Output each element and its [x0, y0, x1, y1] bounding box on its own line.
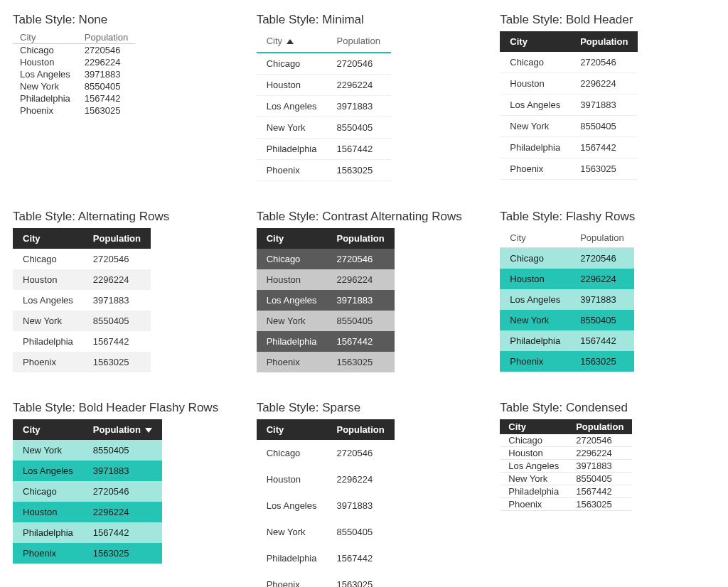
column-header-population[interactable]: Population	[83, 419, 162, 440]
cell-population: 8550405	[83, 311, 151, 331]
table-row[interactable]: Phoenix1563025	[13, 352, 151, 372]
table-title: Table Style: Flashy Rows	[500, 210, 715, 224]
column-header-label: City	[23, 233, 41, 244]
table-row[interactable]: Philadelphia1567442	[13, 92, 135, 104]
column-header-population[interactable]: Population	[327, 419, 395, 440]
column-header-city[interactable]: City	[13, 419, 83, 440]
cell-city: Chicago	[13, 44, 77, 57]
table-row[interactable]: Los Angeles3971883	[13, 461, 162, 481]
table-row[interactable]: Chicago2720546	[257, 53, 391, 75]
table-row[interactable]: Phoenix1563025	[13, 543, 162, 564]
table-row[interactable]: Los Angeles3971883	[257, 492, 395, 519]
cell-city: Philadelphia	[13, 331, 83, 352]
table-row[interactable]: Houston2296224	[13, 56, 135, 68]
table-row[interactable]: Phoenix1563025	[13, 104, 135, 117]
table-row[interactable]: New York8550405	[13, 440, 162, 461]
column-header-city[interactable]: City	[257, 31, 327, 53]
table-row[interactable]: Chicago2720546	[13, 249, 151, 269]
table-row[interactable]: Chicago2720546	[500, 52, 638, 73]
cell-city: Phoenix	[257, 571, 327, 587]
table-row[interactable]: Phoenix1563025	[500, 351, 634, 372]
cell-city: Los Angeles	[500, 460, 567, 473]
table-row[interactable]: Chicago2720546	[500, 248, 634, 269]
cell-city: Chicago	[257, 440, 327, 466]
column-header-city[interactable]: City	[257, 419, 327, 440]
table-title: Table Style: Sparse	[257, 401, 472, 415]
table-row[interactable]: Los Angeles3971883	[500, 460, 632, 473]
table-row[interactable]: New York8550405	[257, 117, 391, 139]
table-row[interactable]: Houston2296224	[257, 75, 391, 96]
table-row[interactable]: Houston2296224	[13, 502, 162, 522]
table-row[interactable]: Houston2296224	[500, 269, 634, 289]
cell-city: New York	[257, 117, 327, 139]
data-table: CityPopulationChicago2720546Houston22962…	[257, 419, 395, 587]
table-row[interactable]: Chicago2720546	[257, 440, 395, 466]
cell-population: 2720546	[567, 434, 632, 447]
table-row[interactable]: Phoenix1563025	[257, 352, 395, 372]
table-row[interactable]: Phoenix1563025	[500, 498, 632, 511]
table-row[interactable]: New York8550405	[500, 473, 632, 485]
column-header-label: City	[510, 36, 528, 47]
cell-city: New York	[13, 311, 83, 331]
table-row[interactable]: New York8550405	[257, 311, 395, 331]
table-row[interactable]: Phoenix1563025	[257, 160, 391, 181]
table-row[interactable]: Houston2296224	[500, 73, 638, 95]
table-row[interactable]: Los Angeles3971883	[257, 96, 391, 117]
table-row[interactable]: Chicago2720546	[500, 434, 632, 447]
table-row[interactable]: Phoenix1563025	[500, 158, 638, 180]
column-header-population[interactable]: Population	[77, 31, 135, 44]
table-row[interactable]: Philadelphia1567442	[257, 139, 391, 160]
cell-city: Houston	[500, 269, 570, 289]
column-header-population[interactable]: Population	[570, 31, 638, 52]
table-row[interactable]: Los Angeles3971883	[500, 95, 638, 116]
table-row[interactable]: Houston2296224	[257, 466, 395, 492]
table-row[interactable]: New York8550405	[13, 311, 151, 331]
table-row[interactable]: Houston2296224	[500, 447, 632, 460]
table-row[interactable]: Los Angeles3971883	[13, 290, 151, 311]
column-header-city[interactable]: City	[13, 228, 83, 249]
table-row[interactable]: Philadelphia1567442	[500, 330, 634, 351]
table-row[interactable]: Philadelphia1567442	[257, 331, 395, 352]
column-header-city[interactable]: City	[500, 419, 567, 434]
table-row[interactable]: Philadelphia1567442	[500, 485, 632, 498]
cell-population: 1563025	[570, 158, 638, 180]
column-header-population[interactable]: Population	[570, 228, 634, 248]
column-header-population[interactable]: Population	[83, 228, 151, 249]
table-row[interactable]: Chicago2720546	[257, 249, 395, 269]
cell-city: Chicago	[257, 249, 327, 269]
cell-city: Los Angeles	[257, 96, 327, 117]
table-row[interactable]: New York8550405	[500, 310, 634, 330]
table-row[interactable]: Los Angeles3971883	[257, 290, 395, 311]
column-header-city[interactable]: City	[13, 31, 77, 44]
cell-population: 2720546	[570, 248, 634, 269]
cell-city: Chicago	[500, 52, 570, 73]
table-row[interactable]: New York8550405	[257, 519, 395, 545]
table-row[interactable]: Chicago2720546	[13, 481, 162, 502]
table-row[interactable]: Houston2296224	[13, 269, 151, 290]
column-header-population[interactable]: Population	[567, 419, 632, 434]
table-row[interactable]: Philadelphia1567442	[13, 331, 151, 352]
table-row[interactable]: New York8550405	[13, 80, 135, 92]
table-row[interactable]: Los Angeles3971883	[13, 68, 135, 80]
column-header-city[interactable]: City	[500, 228, 570, 248]
table-row[interactable]: Phoenix1563025	[257, 571, 395, 587]
table-row[interactable]: Houston2296224	[257, 269, 395, 290]
cell-population: 8550405	[570, 310, 634, 330]
cell-population: 1563025	[83, 543, 162, 564]
table-row[interactable]: Philadelphia1567442	[500, 137, 638, 158]
table-panel-flashy: Table Style: Flashy RowsCityPopulationCh…	[500, 210, 715, 372]
cell-city: New York	[13, 80, 77, 92]
table-row[interactable]: Philadelphia1567442	[257, 545, 395, 571]
table-row[interactable]: New York8550405	[500, 116, 638, 137]
column-header-city[interactable]: City	[257, 228, 327, 249]
cell-population: 1567442	[77, 92, 135, 104]
column-header-city[interactable]: City	[500, 31, 570, 52]
table-row[interactable]: Philadelphia1567442	[13, 522, 162, 543]
table-panel-bold: Table Style: Bold HeaderCityPopulationCh…	[500, 13, 715, 181]
table-row[interactable]: Los Angeles3971883	[500, 289, 634, 310]
table-row[interactable]: Chicago2720546	[13, 44, 135, 57]
column-header-population[interactable]: Population	[327, 228, 395, 249]
column-header-population[interactable]: Population	[327, 31, 391, 53]
cell-city: Los Angeles	[257, 492, 327, 519]
cell-city: Los Angeles	[500, 289, 570, 310]
